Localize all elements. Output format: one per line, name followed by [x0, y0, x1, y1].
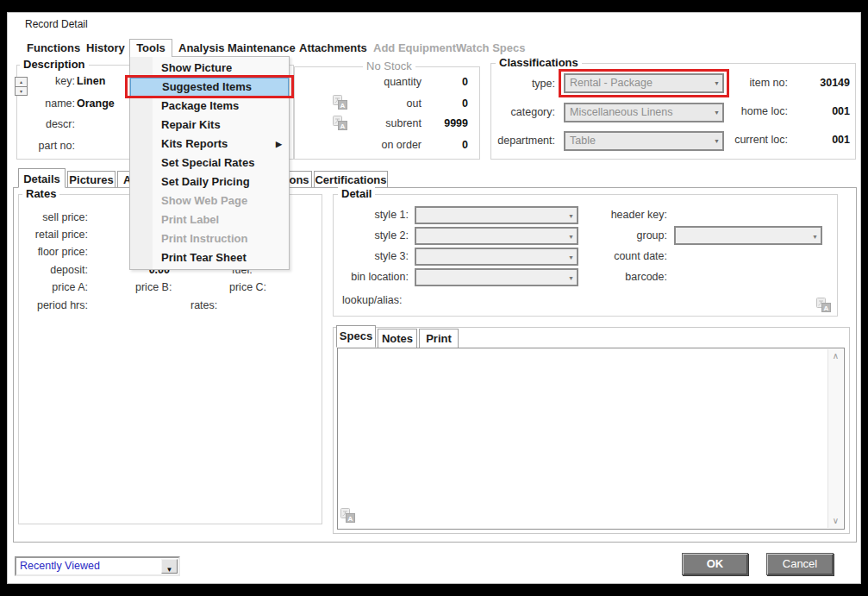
out-label: out	[353, 97, 422, 110]
onorder-label: on order	[353, 139, 422, 151]
cancel-button[interactable]: Cancel	[766, 553, 834, 575]
out-value: 0	[430, 97, 468, 110]
type-label: type:	[488, 78, 555, 90]
menu-item-show-web-page: Show Web Page	[130, 191, 289, 210]
translate-icon: A	[340, 508, 355, 526]
bin-location-label: bin location:	[333, 271, 409, 283]
style3-dropdown[interactable]: ▼	[415, 248, 578, 266]
subrent-value: 9999	[430, 117, 468, 129]
name-field[interactable]: Orange	[77, 97, 115, 110]
menu-item-print-instruction: Print Instruction	[130, 229, 289, 248]
menubar-item-attachments[interactable]: Attachments	[299, 40, 367, 56]
tab-details[interactable]: Details	[18, 168, 66, 188]
submenu-arrow-icon: ▶	[276, 135, 282, 154]
specs-textarea[interactable]: ∧ ∨ A	[337, 348, 845, 530]
menu-item-kits-reports[interactable]: Kits Reports ▶	[130, 135, 289, 154]
svg-text:A: A	[340, 102, 346, 110]
recently-viewed-value: Recently Viewed	[20, 559, 100, 574]
bin-location-dropdown[interactable]: ▼	[415, 268, 578, 286]
homeloc-value: 001	[796, 105, 850, 117]
menu-item-print-tear-sheet[interactable]: Print Tear Sheet	[130, 248, 289, 267]
currentloc-label: current loc:	[710, 134, 788, 146]
category-label: category:	[488, 106, 555, 118]
translate-icon: A	[333, 116, 347, 134]
menu-item-print-label: Print Label	[130, 210, 289, 229]
menubar-item-analysis[interactable]: Analysis	[178, 40, 224, 56]
menubar-item-maintenance[interactable]: Maintenance	[228, 40, 296, 56]
chevron-down-icon[interactable]: ▼	[568, 234, 574, 240]
key-label: key:	[34, 75, 75, 87]
header-key-label: header key:	[594, 209, 667, 221]
spinner-down-icon[interactable]: ▾	[16, 87, 27, 96]
barcode-label: barcode:	[594, 271, 667, 283]
menu-item-package-items[interactable]: Package Items	[130, 97, 289, 116]
subrent-label: subrent	[353, 117, 422, 129]
deposit-label: deposit:	[18, 264, 88, 276]
window-title: Record Detail	[25, 18, 88, 30]
itemno-value: 30149	[796, 77, 850, 89]
tab-notes[interactable]: Notes	[378, 329, 417, 348]
tab-print[interactable]: Print	[419, 329, 459, 348]
onorder-value: 0	[430, 139, 468, 151]
chevron-down-icon[interactable]: ▼	[568, 213, 574, 219]
chevron-down-icon[interactable]: ▼	[568, 254, 574, 260]
price-c-label: price C:	[229, 281, 266, 293]
style2-label: style 2:	[333, 229, 409, 242]
chevron-down-icon[interactable]: ▼	[812, 234, 818, 240]
menubar-item-history[interactable]: History	[86, 40, 125, 56]
quantity-value: 0	[430, 76, 468, 88]
group-dropdown[interactable]: ▼	[674, 226, 822, 245]
description-group-title: Description	[20, 58, 89, 71]
scroll-up-icon[interactable]: ∧	[828, 349, 843, 363]
department-label: department:	[488, 135, 555, 147]
tab-specs[interactable]: Specs	[336, 325, 376, 348]
svg-text:A: A	[340, 122, 346, 130]
key-field[interactable]: Linen	[77, 75, 105, 87]
scroll-down-icon[interactable]: ∨	[828, 514, 843, 528]
specs-scrollbar[interactable]: ∧ ∨	[827, 349, 843, 528]
group-label: group:	[594, 229, 667, 242]
retail-price-label: retail price:	[18, 229, 88, 241]
menu-item-repair-kits[interactable]: Repair Kits	[130, 116, 289, 135]
price-b-label: price B:	[135, 281, 172, 293]
menubar-item-tools[interactable]: Tools	[129, 39, 172, 57]
tab-certifications[interactable]: Certifications	[314, 171, 388, 187]
rates-group-title: Rates	[22, 187, 59, 200]
descr-label: descr:	[16, 118, 75, 130]
rates-label: rates:	[190, 299, 217, 311]
stock-group-title: No Stock	[363, 60, 415, 72]
sell-price-label: sell price:	[18, 211, 88, 223]
ok-button[interactable]: OK	[682, 553, 748, 575]
type-dropdown[interactable]: Rental - Package ▼	[564, 73, 724, 93]
floor-price-label: floor price:	[18, 246, 88, 258]
menu-item-show-picture[interactable]: Show Picture	[130, 59, 289, 78]
period-hrs-label: period hrs:	[18, 299, 88, 311]
homeloc-label: home loc:	[710, 105, 788, 117]
menu-item-set-daily-pricing[interactable]: Set Daily Pricing	[130, 173, 289, 191]
style2-dropdown[interactable]: ▼	[415, 227, 578, 245]
screen: Record Detail Functions History Tools An…	[0, 0, 868, 596]
recently-viewed-combobox[interactable]: Recently Viewed ▼	[15, 556, 180, 576]
combo-dropdown-button[interactable]: ▼	[161, 559, 178, 574]
itemno-label: item no:	[710, 77, 788, 89]
classifications-group-title: Classifications	[496, 56, 582, 69]
tab-options[interactable]: ons	[286, 171, 312, 187]
quantity-label: quantity	[353, 76, 422, 88]
chevron-down-icon[interactable]: ▼	[568, 275, 574, 281]
currentloc-value: 001	[796, 134, 850, 146]
key-spinner[interactable]: ▴ ▾	[15, 77, 28, 96]
department-dropdown-value: Table	[570, 133, 596, 149]
chevron-down-icon: ▼	[166, 566, 173, 574]
type-dropdown-value: Rental - Package	[570, 75, 653, 91]
category-dropdown[interactable]: Miscellaneous Linens ▼	[564, 103, 724, 122]
department-dropdown[interactable]: Table ▼	[564, 131, 724, 151]
menu-item-suggested-items[interactable]: Suggested Items	[130, 78, 289, 97]
tools-menu: Show Picture Suggested Items Package Ite…	[129, 56, 290, 270]
tab-pictures[interactable]: Pictures	[67, 171, 116, 187]
category-dropdown-value: Miscellaneous Linens	[570, 104, 673, 121]
detail-group-title: Detail	[338, 187, 375, 200]
menu-item-set-special-rates[interactable]: Set Special Rates	[130, 154, 289, 173]
spinner-up-icon[interactable]: ▴	[16, 78, 27, 87]
menubar-item-functions[interactable]: Functions	[27, 40, 80, 56]
style1-dropdown[interactable]: ▼	[415, 206, 578, 224]
